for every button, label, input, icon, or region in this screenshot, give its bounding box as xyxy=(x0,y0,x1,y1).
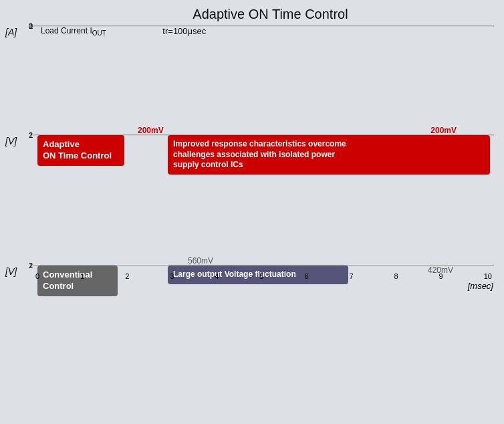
callout-box: Improved response characteristics overco… xyxy=(168,135,490,175)
x-tick-0: 0 xyxy=(35,272,39,280)
bot-y-label: [V] xyxy=(5,266,17,277)
bot-chart-wrapper: [V] 2 1 ConventinalControl Large output … xyxy=(33,265,494,393)
conventional-label-box: ConventinalControl xyxy=(37,266,118,296)
top-y-label: [A] xyxy=(5,27,17,37)
x-tick-8: 8 xyxy=(394,272,398,280)
x-tick-2: 2 xyxy=(125,272,129,280)
x-tick-5: 5 xyxy=(259,272,263,280)
x-tick-7: 7 xyxy=(349,272,353,280)
adaptive-label-box: AdaptiveON Time Control xyxy=(37,135,124,166)
x-axis: 0 1 2 3 4 5 6 7 8 9 10 xyxy=(34,272,493,280)
chart-area: [A] 2 1 0 Load Current IOUT tr=100μsec xyxy=(33,25,494,393)
mv560-label: 560mV xyxy=(188,256,213,266)
x-tick-3: 3 xyxy=(170,272,174,280)
main-container: Adaptive ON Time Control [A] 2 1 0 Load … xyxy=(0,0,504,424)
mid-chart: 2 1 AdaptiveON Time Control Improved res… xyxy=(33,134,494,136)
x-tick-4: 4 xyxy=(215,272,219,280)
x-unit-label: [msec] xyxy=(468,281,493,291)
mv200-right: 200mV xyxy=(430,126,457,135)
top-ytick-0: 0 xyxy=(29,22,33,30)
x-tick-1: 1 xyxy=(80,272,84,280)
tr-label: tr=100μsec xyxy=(162,26,206,36)
top-chart: 2 1 0 Load Current IOUT tr=100μsec xyxy=(33,25,494,27)
mid-ytick-1: 1 xyxy=(29,131,33,139)
x-tick-6: 6 xyxy=(304,272,308,280)
x-tick-10: 10 xyxy=(484,272,492,280)
mid-chart-wrapper: [V] 2 1 AdaptiveON Time Control Improved… xyxy=(33,134,494,262)
x-tick-9: 9 xyxy=(439,272,443,280)
chart-title: Adaptive ON Time Control xyxy=(47,7,494,22)
top-chart-wrapper: [A] 2 1 0 Load Current IOUT tr=100μsec xyxy=(33,25,494,132)
load-current-label: Load Current IOUT xyxy=(41,26,106,37)
bot-chart: 2 1 ConventinalControl Large output Volt… xyxy=(33,265,494,266)
bot-ytick-1: 1 xyxy=(29,261,33,270)
mid-y-label: [V] xyxy=(5,136,17,146)
mv200-left: 200mV xyxy=(138,126,164,135)
